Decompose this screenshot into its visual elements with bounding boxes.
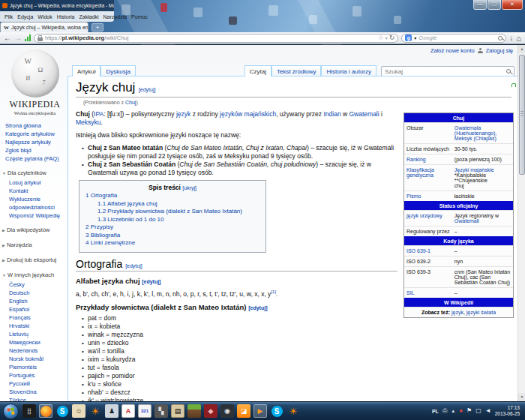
browser-search-bar[interactable]: g ▾ Google [401, 34, 506, 43]
menu-historia[interactable]: Historia [55, 14, 77, 20]
face-app-icon[interactable]: ☺ [72, 404, 86, 418]
tab-artykul[interactable]: Artykuł [72, 65, 100, 76]
sun-app-icon[interactable]: ☀ [88, 404, 102, 418]
urlbar-dropdown-icon[interactable]: ▾ [386, 36, 388, 40]
interwiki-sk[interactable]: Slovenčina [9, 388, 64, 396]
speaker-icon[interactable]: ◄ [485, 407, 491, 415]
login-link[interactable]: Zaloguj się [486, 47, 513, 54]
infobox-label-link[interactable]: SIL [404, 288, 452, 298]
interwiki-mk[interactable]: Македонски [9, 338, 64, 346]
google-icon[interactable]: g [405, 34, 412, 41]
menu-widok[interactable]: Widok [35, 14, 54, 20]
menu-pomoc[interactable]: Pomoc [129, 14, 150, 20]
sidebar-section-drukuj[interactable]: ▶ Drukuj lub eksportuj [2, 256, 64, 265]
menu-plik[interactable]: Plik [2, 14, 15, 20]
new-tab-button[interactable]: + [92, 23, 104, 32]
interwiki-pms[interactable]: Piemontèis [9, 363, 64, 371]
network-icon[interactable]: ▢ [476, 407, 482, 415]
redirect-source-link[interactable]: Chuj [125, 100, 136, 105]
edit-section-link[interactable]: [edytuj] [248, 305, 267, 310]
menu-edycja[interactable]: Edycja [15, 14, 35, 20]
sidebar-item-strona-glowna[interactable]: Strona główna [5, 122, 64, 130]
forward-button[interactable]: → [14, 33, 22, 44]
skype-taskbar-icon-2[interactable]: S [270, 404, 284, 418]
sidebar-item-faq[interactable]: Częste pytania (FAQ) [5, 154, 64, 163]
toc-item[interactable]: 3 Bibliografia [86, 232, 260, 240]
interwiki-hr[interactable]: Hrvatski [9, 322, 64, 330]
sun-app-icon-2[interactable]: ☀ [286, 404, 300, 418]
photos-app-icon[interactable]: ◪ [237, 404, 250, 418]
folder-app-icon[interactable]: ▤ [171, 404, 184, 418]
edit-section-link[interactable]: [edytuj] [125, 263, 142, 268]
sidebar-item-losuj[interactable]: Losuj artykuł [9, 178, 64, 187]
addon-stats-icon[interactable] [25, 34, 31, 41]
tab-historia[interactable]: Historia i autorzy [321, 65, 376, 76]
sidebar-section-narzedzia[interactable]: ▶ Narzędzia [2, 241, 64, 250]
sidebar-section-dla-czytelnikow[interactable]: ▼ Dla czytelników [2, 169, 64, 178]
minecraft-icon[interactable] [188, 404, 201, 418]
search-engine-dropdown-icon[interactable]: ▾ [414, 36, 416, 40]
tab-tekst-zrodlowy[interactable]: Tekst źródłowy [272, 65, 321, 76]
edit-section-link[interactable]: [edytuj] [139, 87, 156, 92]
interwiki-fr[interactable]: Français [9, 314, 64, 322]
infobox-label-link[interactable]: Klasyfikacja genetyczna [404, 165, 452, 190]
create-account-link[interactable]: Załóż nowe konto [430, 47, 475, 54]
vertical-scrollbar[interactable]: ▲ ▼ [518, 45, 525, 401]
interwiki-no[interactable]: Norsk bokmål [9, 355, 64, 363]
menu-zakladki[interactable]: Zakładki [76, 14, 100, 20]
scrollbar-thumb[interactable] [519, 55, 525, 175]
search-magnifier-icon[interactable] [498, 36, 502, 40]
dominoes-app-icon[interactable]: ⣿ [22, 404, 36, 418]
back-button[interactable]: ← [4, 33, 11, 44]
red-app-icon[interactable]: ◆ [204, 404, 218, 418]
downloads-button[interactable]: ↓ [509, 34, 513, 42]
wiki-search-box[interactable] [381, 66, 514, 76]
sidebar-item-wspomoz[interactable]: Wspomóż Wikipedię [9, 212, 64, 220]
taskbar-clock[interactable]: 17:13 2013-06-25 [495, 405, 522, 417]
media-player-icon[interactable]: ▶ [254, 404, 267, 418]
show-hidden-icons[interactable]: ▲ [451, 407, 455, 415]
start-button[interactable] [3, 404, 19, 419]
url-text[interactable]: https://pl.wikipedia.org/wiki/Chuj [45, 34, 376, 41]
firefox-taskbar-icon[interactable] [39, 404, 52, 418]
interwiki-de[interactable]: Deutsch [9, 289, 64, 297]
scroll-up-icon[interactable]: ▲ [518, 45, 525, 53]
sidebar-item-kontakt[interactable]: Kontakt [9, 187, 64, 195]
adobe-reader-icon[interactable]: A [122, 404, 135, 418]
reload-icon[interactable]: ↻ [389, 34, 395, 41]
interwiki-pt[interactable]: Português [9, 371, 64, 380]
sidebar-item-kategorie[interactable]: Kategorie artykułów [5, 130, 64, 138]
wikipedia-globe-logo[interactable]: W Ω И 7 [11, 50, 59, 98]
camera-app-icon[interactable]: ◉ [220, 404, 234, 418]
browser-search-placeholder[interactable]: Google [418, 34, 496, 41]
clapper-app-icon[interactable]: ▚ [154, 404, 168, 418]
home-button[interactable]: ⌂ [516, 34, 521, 43]
toc-item[interactable]: 2 Przypisy [86, 224, 260, 232]
printer-icon[interactable]: ⎙ [442, 407, 447, 415]
minimize-button[interactable]: — [473, 0, 487, 10]
infobox-label-link[interactable]: ISO 639-1 [404, 246, 452, 256]
sidebar-section-dla-wikipedystow[interactable]: ▶ Dla wikipedystów [2, 226, 64, 235]
toc-hide-link[interactable]: [ukryj] [182, 185, 196, 190]
infobox-label-link[interactable]: Pismo [404, 191, 452, 201]
interwiki-es[interactable]: Español [9, 305, 64, 314]
browser-tab[interactable]: W Język chuj – Wikipedia, wolna encyklop… [0, 22, 88, 32]
maximize-button[interactable]: □ [488, 0, 501, 10]
toc-item[interactable]: 1.3 Liczebniki od 1 do 10 [86, 216, 260, 224]
interwiki-en[interactable]: English [9, 297, 64, 305]
infobox-value-link[interactable]: łacińskie [452, 191, 513, 201]
interwiki-lt[interactable]: Lietuvių [9, 330, 64, 338]
search-magnifier-icon[interactable] [506, 69, 511, 74]
interwiki-tr[interactable]: Türkçe [9, 396, 64, 401]
tab-czytaj[interactable]: Czytaj [244, 65, 272, 76]
interwiki-nl[interactable]: Nederlands [9, 346, 64, 355]
toc-item[interactable]: 1 Ortografia [86, 192, 260, 200]
figure-app-icon[interactable]: ♟ [105, 404, 118, 418]
toc-item[interactable]: 4 Linki zewnętrzne [86, 239, 260, 248]
sidebar-section-jezyki[interactable]: ▼ W innych językach [2, 271, 64, 280]
calendar-app-icon[interactable]: 321 [138, 404, 152, 418]
sidebar-item-najlepsze[interactable]: Najlepsze artykuły [5, 138, 64, 146]
interwiki-ru[interactable]: Русский [9, 380, 64, 388]
interwiki-cs[interactable]: Česky [9, 280, 64, 289]
sidebar-item-zglos-blad[interactable]: Zgłoś błąd [5, 146, 64, 154]
